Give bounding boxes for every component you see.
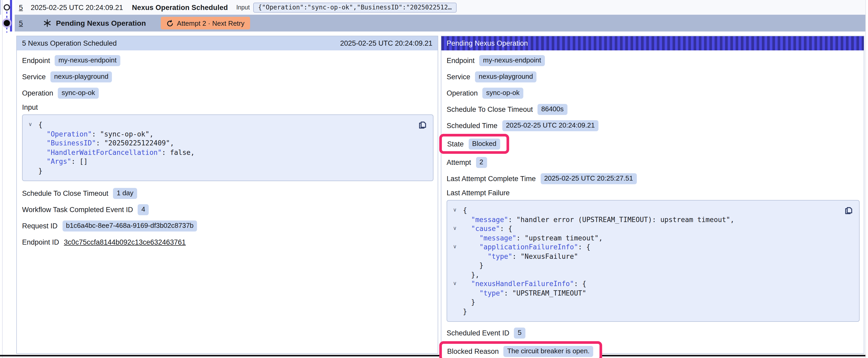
- field-value-chip: 2025-02-25 UTC 20:25:27.51: [540, 173, 637, 184]
- field-row-endpoint: Endpointmy-nexus-endpoint: [22, 55, 433, 66]
- field-value-chip: 2: [476, 157, 487, 168]
- collapse-chevron-icon[interactable]: ∨: [453, 226, 457, 231]
- field-row-scheduled-event-id: Scheduled Event ID5: [446, 327, 860, 338]
- field-value-chip: 4: [138, 204, 149, 215]
- json-line: "message": "upstream timeout",: [447, 233, 838, 242]
- field-row-endpoint: Endpointmy-nexus-endpoint: [446, 55, 860, 66]
- asterisk-icon: [43, 19, 51, 27]
- highlight-box: StateBlocked: [439, 134, 509, 154]
- field-label: Attempt: [446, 158, 471, 166]
- collapse-chevron-icon[interactable]: ∨: [453, 207, 457, 213]
- row-accent-strip: [0, 0, 1, 15]
- field-row-operation: Operationsync-op-ok: [22, 87, 433, 99]
- field-row-request-id: Request IDb1c6a4bc-8ee7-468a-9169-df3b02…: [22, 220, 433, 231]
- field-row-attempt: Attempt2: [446, 156, 860, 168]
- field-label: Endpoint: [22, 57, 50, 64]
- json-line: "HandlerWaitForCancellation": false,: [23, 148, 412, 157]
- collapse-chevron-icon[interactable]: ∨: [453, 281, 457, 286]
- event-id-link[interactable]: 5: [19, 19, 23, 27]
- panel-header-time: 2025-02-25 UTC 20:24:09.21: [340, 39, 432, 47]
- json-lines: ∨{ "message": "handler error (UPSTREAM_T…: [447, 206, 838, 316]
- json-line: }: [447, 298, 838, 307]
- field-row-schedule-to-close-timeout: Schedule To Close Timeout1 day: [22, 187, 433, 199]
- field-row-scheduled-time: Scheduled Time2025-02-25 UTC 20:24:09.21: [446, 120, 860, 131]
- event-history-view: 5 2025-02-25 UTC 20:24:09.21 Nexus Opera…: [0, 0, 868, 358]
- event-row-pending[interactable]: 5 Pending Nexus Operation Attempt 2 · Ne…: [15, 15, 866, 32]
- fields-bottom: Schedule To Close Timeout1 dayWorkflow T…: [22, 187, 433, 231]
- panel-header: 5 Nexus Operation Scheduled 2025-02-25 U…: [17, 36, 438, 51]
- copy-icon[interactable]: [844, 206, 853, 214]
- field-label: Endpoint: [446, 57, 475, 64]
- field-value-chip: The circuit breaker is open.: [504, 346, 593, 357]
- panel-title: 5 Nexus Operation Scheduled: [22, 39, 117, 47]
- field-row-service: Servicenexus-playground: [446, 71, 860, 83]
- json-line: ∨ "applicationFailureInfo": {: [447, 242, 838, 252]
- field-label: Endpoint ID: [22, 238, 59, 246]
- panel-title: Pending Nexus Operation: [446, 39, 528, 47]
- timeline-open-circle-icon: [4, 4, 10, 10]
- field-label: Operation: [446, 89, 478, 97]
- scrollbar-track[interactable]: [865, 0, 868, 358]
- json-line: ∨ "cause": {: [447, 224, 838, 233]
- fields-top: Endpointmy-nexus-endpointServicenexus-pl…: [446, 55, 860, 184]
- failure-json-viewer: ∨{ "message": "handler error (UPSTREAM_T…: [446, 200, 860, 322]
- field-value-chip: sync-op-ok: [483, 88, 523, 98]
- field-value-chip: 86400s: [537, 104, 567, 115]
- field-value-chip: nexus-playground: [51, 71, 112, 82]
- input-section-label: Input: [22, 103, 433, 112]
- input-label: Input: [236, 4, 250, 10]
- failure-section-label: Last Attempt Failure: [446, 189, 860, 197]
- field-label: Schedule To Close Timeout: [22, 189, 108, 197]
- json-line: "type": "NexusFailure": [447, 252, 838, 261]
- collapse-chevron-icon[interactable]: ∨: [28, 122, 32, 127]
- json-line: "Args": []: [23, 157, 412, 166]
- highlight-box: Blocked ReasonThe circuit breaker is ope…: [439, 341, 602, 358]
- fields-top: Endpointmy-nexus-endpointServicenexus-pl…: [22, 55, 433, 99]
- input-json-viewer: ∨{ "Operation": "sync-op-ok", "BusinessI…: [22, 115, 433, 181]
- field-value-chip: 5: [514, 327, 525, 338]
- field-label: Operation: [22, 89, 53, 97]
- field-label: Scheduled Time: [446, 122, 498, 129]
- pending-operation-panel: Pending Nexus Operation Endpointmy-nexus…: [441, 36, 864, 354]
- timeline-rail-line: [2, 0, 3, 358]
- field-row-state: StateBlocked: [447, 138, 500, 150]
- json-line: "BusinessID": "20250225122409",: [23, 138, 412, 148]
- json-line: ∨{: [23, 120, 412, 129]
- timeline-dashed-connector: [6, 27, 7, 33]
- retry-status-badge: Attempt 2 · Next Retry: [160, 17, 250, 29]
- timeline-filled-circle-icon: [4, 20, 10, 26]
- field-value-chip: my-nexus-endpoint: [479, 55, 545, 66]
- field-row-last-attempt-complete-time: Last Attempt Complete Time2025-02-25 UTC…: [446, 173, 860, 184]
- field-value-chip: Blocked: [468, 138, 500, 149]
- json-line: },: [447, 270, 838, 279]
- json-line: "message": "handler error (UPSTREAM_TIME…: [447, 215, 838, 224]
- panel-body: Endpointmy-nexus-endpointServicenexus-pl…: [17, 51, 438, 248]
- field-row-operation: Operationsync-op-ok: [446, 87, 860, 99]
- retry-icon: [166, 20, 173, 27]
- panel-header-striped: Pending Nexus Operation: [441, 36, 864, 51]
- field-row-schedule-to-close-timeout: Schedule To Close Timeout86400s: [446, 103, 860, 115]
- field-row-workflow-task-completed-event-id: Workflow Task Completed Event ID4: [22, 204, 433, 215]
- field-label: Workflow Task Completed Event ID: [22, 205, 133, 214]
- event-id-link[interactable]: 5: [19, 3, 23, 11]
- field-label: Blocked Reason: [447, 347, 499, 355]
- json-line: "type": "UPSTREAM_TIMEOUT": [447, 288, 838, 298]
- json-line: }: [447, 307, 838, 316]
- field-row-endpoint-id: Endpoint ID 3c0c75ccfa8144b092c13ce63246…: [22, 236, 433, 248]
- field-label: Last Attempt Complete Time: [446, 174, 536, 183]
- copy-icon[interactable]: [418, 120, 427, 129]
- event-row-scheduled[interactable]: 5 2025-02-25 UTC 20:24:09.21 Nexus Opera…: [15, 0, 866, 15]
- input-preview-chip[interactable]: {"Operation":"sync-op-ok","BusinessID":"…: [253, 2, 457, 12]
- field-value-chip: 1 day: [113, 188, 137, 199]
- field-row-service: Servicenexus-playground: [22, 71, 433, 83]
- field-label: Scheduled Event ID: [446, 329, 509, 337]
- field-value-chip: b1c6a4bc-8ee7-468a-9169-df3b02c8737b: [62, 220, 197, 231]
- field-label: State: [447, 140, 464, 148]
- field-label: Service: [22, 73, 46, 80]
- endpoint-id-link[interactable]: 3c0c75ccfa8144b092c13ce632463761: [64, 238, 186, 246]
- collapse-chevron-icon[interactable]: ∨: [453, 244, 457, 249]
- field-label: Request ID: [22, 222, 58, 230]
- event-time: 2025-02-25 UTC 20:24:09.21: [31, 3, 123, 11]
- json-line: }: [23, 166, 412, 175]
- json-line: "Operation": "sync-op-ok",: [23, 129, 412, 138]
